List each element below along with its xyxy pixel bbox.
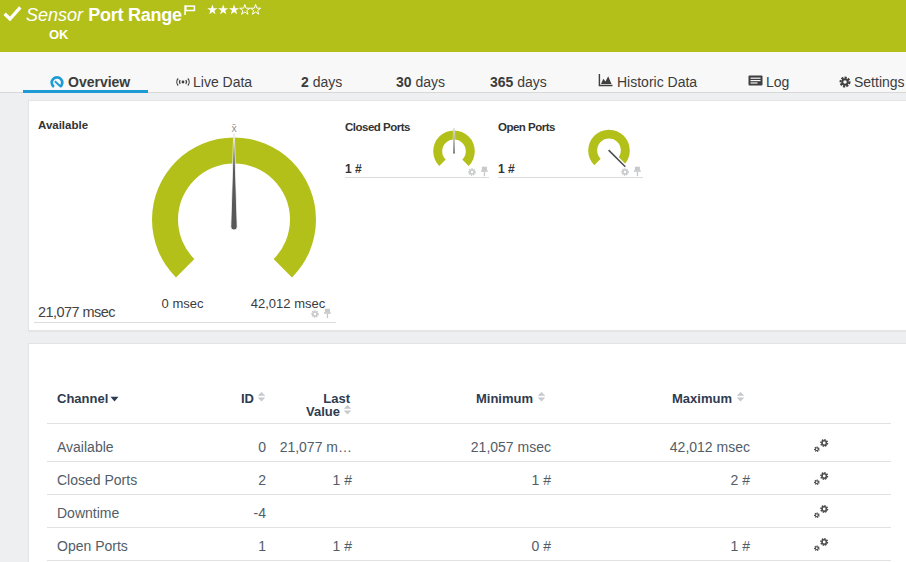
svg-text:x̄: x̄: [231, 122, 237, 134]
